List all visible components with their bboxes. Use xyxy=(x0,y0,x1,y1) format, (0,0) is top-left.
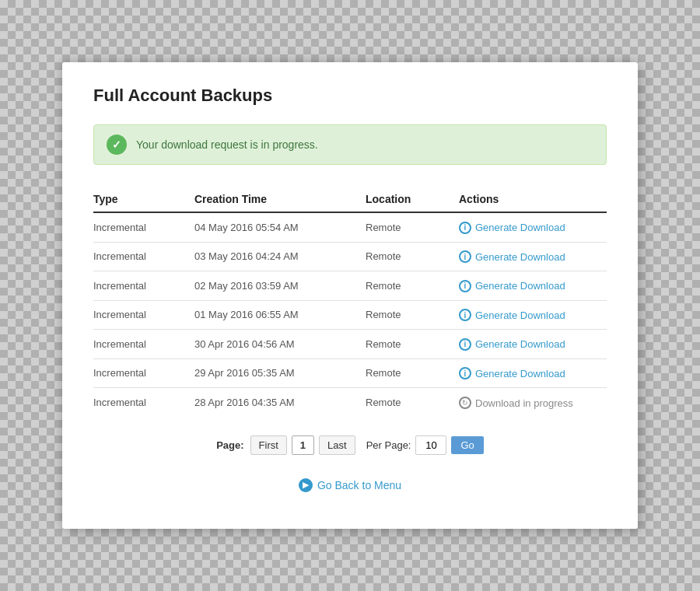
cell-actions: iGenerate Download xyxy=(459,330,607,359)
generate-download-link[interactable]: iGenerate Download xyxy=(459,367,565,379)
cell-creation: 30 Apr 2016 04:56 AM xyxy=(194,330,366,359)
generate-download-link[interactable]: iGenerate Download xyxy=(459,338,565,351)
last-page-button[interactable]: Last xyxy=(319,435,355,455)
generate-download-label: Generate Download xyxy=(475,280,565,292)
progress-label: Download in progress xyxy=(475,397,573,409)
main-card: Full Account Backups Your download reque… xyxy=(62,62,638,529)
cell-location: Remote xyxy=(366,388,459,418)
go-button[interactable]: Go xyxy=(451,436,483,454)
cell-type: Incremental xyxy=(93,300,194,330)
cell-creation: 03 May 2016 04:24 AM xyxy=(194,242,366,271)
cell-location: Remote xyxy=(366,358,459,388)
per-page-label: Per Page: xyxy=(366,439,411,451)
table-header-row: Type Creation Time Location Actions xyxy=(93,187,607,212)
generate-download-link[interactable]: iGenerate Download xyxy=(459,222,565,234)
cell-location: Remote xyxy=(366,271,459,301)
page-label: Page: xyxy=(216,439,243,451)
page-title: Full Account Backups xyxy=(93,86,607,106)
back-to-menu-link[interactable]: ▶ Go Back to Menu xyxy=(299,478,401,492)
cell-type: Incremental xyxy=(93,212,194,242)
cell-type: Incremental xyxy=(93,242,194,271)
generate-download-link[interactable]: iGenerate Download xyxy=(459,250,565,263)
success-icon xyxy=(107,135,127,155)
current-page-button[interactable]: 1 xyxy=(292,435,314,455)
generate-download-link[interactable]: iGenerate Download xyxy=(459,309,565,321)
cell-actions: iGenerate Download xyxy=(459,242,607,271)
col-header-type: Type xyxy=(93,187,194,212)
first-page-button[interactable]: First xyxy=(250,435,287,455)
cell-creation: 29 Apr 2016 05:35 AM xyxy=(194,358,366,388)
cell-creation: 28 Apr 2016 04:35 AM xyxy=(194,388,366,418)
info-icon: i xyxy=(459,280,471,292)
info-icon: i xyxy=(459,309,471,321)
cell-location: Remote xyxy=(366,300,459,330)
cell-location: Remote xyxy=(366,242,459,271)
per-page-input[interactable] xyxy=(415,435,446,455)
alert-message: Your download request is in progress. xyxy=(136,138,318,151)
cell-type: Incremental xyxy=(93,388,194,418)
back-link-label: Go Back to Menu xyxy=(317,479,401,491)
cell-creation: 04 May 2016 05:54 AM xyxy=(194,212,366,242)
cell-creation: 01 May 2016 06:55 AM xyxy=(194,300,366,330)
cell-actions: iGenerate Download xyxy=(459,300,607,330)
table-row: Incremental30 Apr 2016 04:56 AMRemoteiGe… xyxy=(93,330,607,359)
cell-type: Incremental xyxy=(93,271,194,301)
cell-actions: iGenerate Download xyxy=(459,212,607,242)
generate-download-label: Generate Download xyxy=(475,222,565,233)
cell-location: Remote xyxy=(366,212,459,242)
backups-table: Type Creation Time Location Actions Incr… xyxy=(93,187,607,417)
cell-location: Remote xyxy=(366,330,459,359)
table-row: Incremental01 May 2016 06:55 AMRemoteiGe… xyxy=(93,300,607,330)
cell-actions: ↻Download in progress xyxy=(459,388,607,418)
generate-download-label: Generate Download xyxy=(475,309,565,321)
generate-download-link[interactable]: iGenerate Download xyxy=(459,280,565,292)
table-row: Incremental03 May 2016 04:24 AMRemoteiGe… xyxy=(93,242,607,271)
cell-actions: iGenerate Download xyxy=(459,358,607,388)
progress-icon: ↻ xyxy=(459,397,471,409)
cell-actions: iGenerate Download xyxy=(459,271,607,301)
table-row: Incremental04 May 2016 05:54 AMRemoteiGe… xyxy=(93,212,607,242)
info-icon: i xyxy=(459,250,471,263)
info-icon: i xyxy=(459,338,471,351)
pagination-bar: Page: First 1 Last Per Page: Go xyxy=(93,435,607,455)
table-row: Incremental02 May 2016 03:59 AMRemoteiGe… xyxy=(93,271,607,301)
generate-download-label: Generate Download xyxy=(475,338,565,350)
col-header-creation: Creation Time xyxy=(194,187,366,212)
back-arrow-icon: ▶ xyxy=(299,478,313,492)
cell-creation: 02 May 2016 03:59 AM xyxy=(194,271,366,301)
download-in-progress: ↻Download in progress xyxy=(459,397,573,409)
cell-type: Incremental xyxy=(93,358,194,388)
table-row: Incremental29 Apr 2016 05:35 AMRemoteiGe… xyxy=(93,358,607,388)
col-header-location: Location xyxy=(366,187,459,212)
cell-type: Incremental xyxy=(93,330,194,359)
generate-download-label: Generate Download xyxy=(475,251,565,263)
info-icon: i xyxy=(459,367,471,379)
info-icon: i xyxy=(459,222,471,234)
generate-download-label: Generate Download xyxy=(475,368,565,379)
col-header-actions: Actions xyxy=(459,187,607,212)
success-alert: Your download request is in progress. xyxy=(93,124,607,165)
table-row: Incremental28 Apr 2016 04:35 AMRemote↻Do… xyxy=(93,388,607,418)
back-link-container: ▶ Go Back to Menu xyxy=(93,477,607,492)
